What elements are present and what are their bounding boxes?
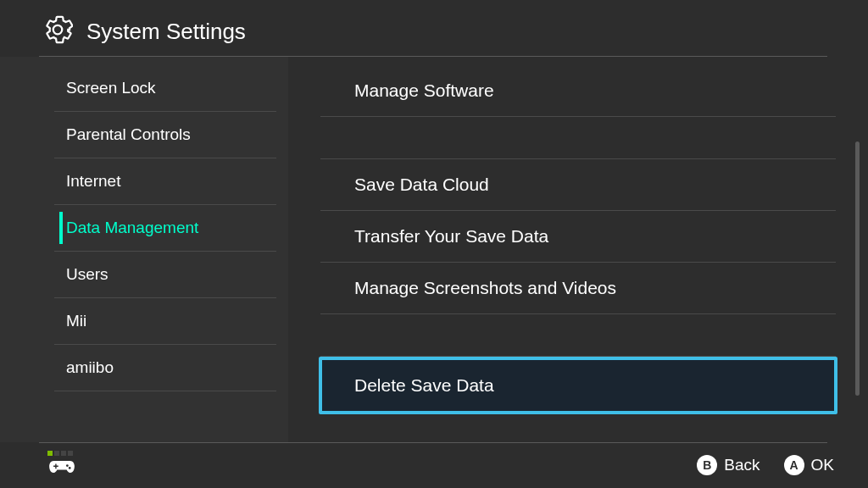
- sidebar-item-parental-controls[interactable]: Parental Controls: [0, 112, 288, 158]
- sidebar-item-label: Parental Controls: [66, 125, 191, 143]
- sidebar-item-mii[interactable]: Mii: [0, 298, 288, 344]
- back-label: Back: [724, 456, 760, 474]
- player-dot: [54, 451, 59, 456]
- sidebar-item-data-management[interactable]: Data Management: [0, 205, 288, 251]
- footer-divider: [39, 442, 827, 443]
- sidebar-item-label: Internet: [66, 172, 120, 190]
- header: System Settings: [0, 0, 868, 60]
- main-item-manage-software[interactable]: Manage Software: [320, 65, 836, 117]
- sidebar-item-screen-lock[interactable]: Screen Lock: [0, 65, 288, 111]
- back-button[interactable]: B Back: [697, 455, 760, 475]
- sidebar-item-internet[interactable]: Internet: [0, 158, 288, 204]
- a-button-icon: A: [784, 455, 804, 475]
- controller-indicator: [47, 451, 76, 480]
- player-dot: [68, 451, 73, 456]
- main-item-transfer-save-data[interactable]: Transfer Your Save Data: [320, 211, 836, 263]
- player-indicator-dots: [47, 451, 73, 456]
- sidebar-item-label: Screen Lock: [66, 79, 156, 97]
- main-item-delete-save-data[interactable]: Delete Save Data: [319, 357, 837, 414]
- main-item-save-data-cloud[interactable]: Save Data Cloud: [320, 159, 836, 211]
- sidebar: Screen Lock Parental Controls Internet D…: [0, 57, 288, 442]
- main-item-label: Save Data Cloud: [354, 175, 489, 194]
- ok-button[interactable]: A OK: [784, 455, 834, 475]
- main: Manage Software Save Data Cloud Transfer…: [288, 57, 868, 442]
- player-dot: [61, 451, 66, 456]
- main-item-label: Delete Save Data: [354, 375, 494, 395]
- scrollbar[interactable]: [855, 141, 860, 396]
- player-dot-active: [47, 451, 53, 456]
- sidebar-item-label: Data Management: [66, 219, 198, 236]
- main-item-manage-screenshots[interactable]: Manage Screenshots and Videos: [320, 263, 836, 314]
- sidebar-item-label: Mii: [66, 312, 86, 330]
- gear-icon: [42, 14, 73, 48]
- sidebar-item-label: amiibo: [66, 358, 114, 376]
- content: Screen Lock Parental Controls Internet D…: [0, 57, 868, 442]
- sidebar-item-users[interactable]: Users: [0, 252, 288, 297]
- page-title: System Settings: [86, 19, 246, 45]
- ok-label: OK: [811, 456, 834, 474]
- sidebar-item-amiibo[interactable]: amiibo: [0, 345, 288, 391]
- main-gap: [320, 117, 836, 159]
- sidebar-item-label: Users: [66, 265, 108, 283]
- footer-buttons: B Back A OK: [697, 455, 834, 475]
- footer: B Back A OK: [0, 442, 868, 488]
- main-item-label: Manage Software: [354, 80, 494, 100]
- main-item-label: Manage Screenshots and Videos: [354, 278, 616, 297]
- main-item-label: Transfer Your Save Data: [354, 226, 548, 246]
- controller-icon: [47, 458, 76, 480]
- b-button-icon: B: [697, 455, 717, 475]
- sidebar-divider: [54, 391, 276, 391]
- main-gap: [320, 314, 836, 357]
